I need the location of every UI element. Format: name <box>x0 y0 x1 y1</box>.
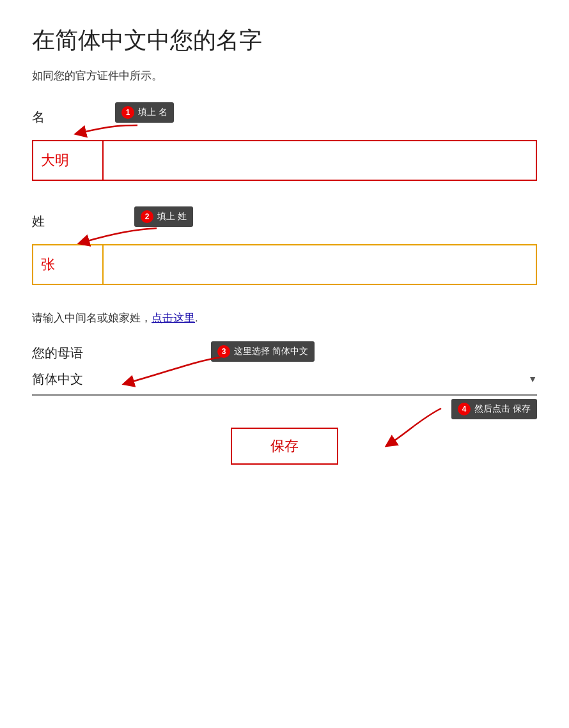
language-dropdown-value: 简体中文 <box>32 371 83 388</box>
surname-value: 张 <box>41 255 55 274</box>
period: . <box>195 312 198 324</box>
middle-name-text: 请输入中间名或娘家姓，点击这里. <box>32 311 537 325</box>
surname-section: 姓 2 填上 姓 张 <box>32 213 537 285</box>
arrow-3 <box>109 348 237 392</box>
arrow-1 <box>67 114 150 139</box>
arrow-4 <box>358 405 454 450</box>
page-title: 在简体中文中您的名字 <box>32 26 537 56</box>
native-language-section: 您的母语 3 这里选择 简体中文 简体中文 ▼ <box>32 345 537 396</box>
first-name-input-wrapper[interactable]: 大明 <box>32 140 537 181</box>
annotation-3-label: 这里选择 简体中文 <box>234 346 308 357</box>
subtitle: 如同您的官方证件中所示。 <box>32 68 537 83</box>
first-name-value: 大明 <box>41 151 69 170</box>
middle-name-link[interactable]: 点击这里 <box>152 312 195 324</box>
save-button[interactable]: 保存 <box>231 428 338 465</box>
surname-label: 姓 <box>32 213 45 230</box>
middle-name-prefix: 请输入中间名或娘家姓， <box>32 312 152 324</box>
language-dropdown[interactable]: 简体中文 ▼ <box>32 371 537 396</box>
annotation-4-label: 然后点击 保存 <box>474 403 531 415</box>
surname-input-wrapper[interactable]: 张 <box>32 244 537 285</box>
annotation-4-num: 4 <box>458 403 471 415</box>
first-name-input[interactable] <box>104 141 536 180</box>
page-container: 在简体中文中您的名字 如同您的官方证件中所示。 名 1 填上 名 大明 <box>0 0 569 728</box>
save-section: 4 然后点击 保存 保存 <box>32 428 537 465</box>
arrow-2 <box>67 218 169 247</box>
surname-input[interactable] <box>104 245 536 284</box>
annotation-4: 4 然后点击 保存 <box>451 399 537 419</box>
first-name-label: 名 <box>32 109 45 126</box>
dropdown-arrow-icon: ▼ <box>528 374 537 384</box>
first-name-section: 名 1 填上 名 大明 <box>32 109 537 181</box>
